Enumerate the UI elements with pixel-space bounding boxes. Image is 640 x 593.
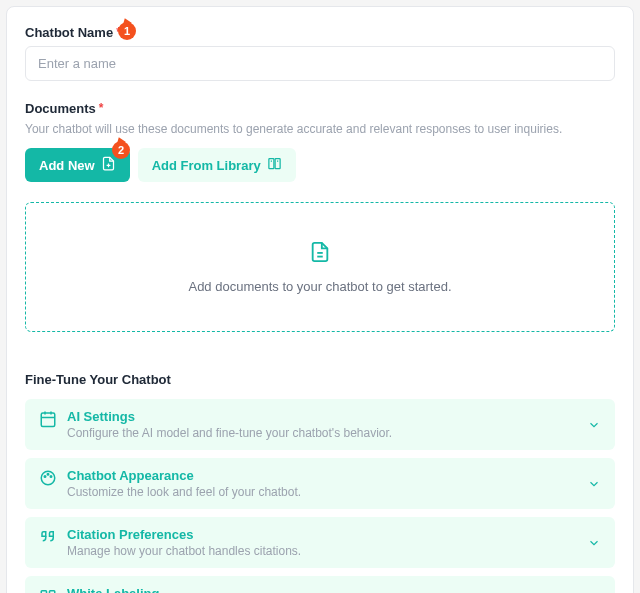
empty-documents-text: Add documents to your chatbot to get sta… [188,279,451,294]
svg-point-14 [47,474,49,476]
accordion-body: Chatbot Appearance Customize the look an… [67,468,577,499]
documents-button-row: Add New 2 Add From Library [25,148,615,182]
accordion-body: White Labeling Personalize your chatbot … [67,586,577,593]
accordion-white-label[interactable]: White Labeling Personalize your chatbot … [25,576,615,593]
svg-rect-8 [41,413,55,427]
add-from-library-label: Add From Library [152,158,261,173]
accordion-desc: Configure the AI model and fine-tune you… [67,426,577,440]
library-icon [267,156,282,174]
calendar-icon [39,410,57,428]
accordion-title: White Labeling [67,586,577,593]
documents-label: Documents * [25,101,615,116]
step-badge-1: 1 [118,22,136,40]
file-add-icon [101,156,116,174]
accordion-desc: Customize the look and feel of your chat… [67,485,577,499]
chevron-down-icon [587,536,601,550]
svg-point-13 [44,476,46,478]
accordion-body: AI Settings Configure the AI model and f… [67,409,577,440]
document-icon [309,241,331,267]
chevron-down-icon [587,418,601,432]
accordion-desc: Manage how your chatbot handles citation… [67,544,577,558]
svg-rect-2 [269,159,274,169]
documents-description: Your chatbot will use these documents to… [25,122,615,136]
step-badge-2: 2 [112,141,130,159]
accordion-ai-settings[interactable]: AI Settings Configure the AI model and f… [25,399,615,450]
required-asterisk: * [99,101,104,115]
tag-icon [39,587,57,593]
accordion-title: AI Settings [67,409,577,424]
chevron-down-icon [587,477,601,491]
chatbot-name-label: Chatbot Name * 1 [25,25,615,40]
accordion-appearance[interactable]: Chatbot Appearance Customize the look an… [25,458,615,509]
svg-point-15 [50,476,52,478]
add-new-label: Add New [39,158,95,173]
add-from-library-button[interactable]: Add From Library [138,148,296,182]
accordion-title: Citation Preferences [67,527,577,542]
chatbot-form-card: Chatbot Name * 1 Documents * Your chatbo… [6,6,634,593]
documents-dropzone[interactable]: Add documents to your chatbot to get sta… [25,202,615,332]
accordion-title: Chatbot Appearance [67,468,577,483]
accordion-citation[interactable]: Citation Preferences Manage how your cha… [25,517,615,568]
documents-section: Documents * Your chatbot will use these … [25,101,615,332]
documents-label-text: Documents [25,101,96,116]
accordion-body: Citation Preferences Manage how your cha… [67,527,577,558]
chatbot-name-input[interactable] [25,46,615,81]
quote-icon [39,528,57,546]
palette-icon [39,469,57,487]
finetune-section-title: Fine-Tune Your Chatbot [25,372,615,387]
svg-rect-3 [275,159,280,169]
chatbot-name-label-text: Chatbot Name [25,25,113,40]
